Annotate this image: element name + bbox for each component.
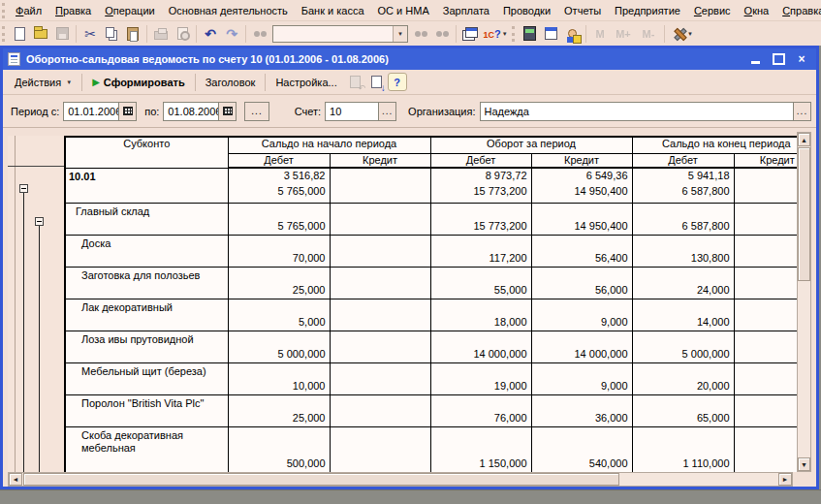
print-preview-icon [177,27,188,40]
period-more-button[interactable]: ... [244,102,268,121]
menu-item-enterprise[interactable]: Предприятие [608,2,687,19]
application-window: ФайлПравкаОперацииОсновная деятельностьБ… [0,0,821,504]
cell-value [735,425,797,426]
table-row[interactable]: Лоза ивы прутовидной5 000,00014 000,0001… [65,331,797,363]
horizontal-scrollbar[interactable]: ◄ ► [8,472,793,487]
calculator-icon [523,26,536,41]
redo-button[interactable]: ↷ [221,23,242,45]
cell-value: 14 950,400 [532,184,632,200]
row-label: Скоба декоративная мебельная [66,427,228,455]
scroll-up-button[interactable]: ▲ [798,133,810,146]
menu-item-reports[interactable]: Отчеты [557,2,608,19]
search-combobox[interactable]: ▼ [272,25,408,43]
table-row[interactable]: Заготовка для полозьев25,00055,00056,000… [65,268,797,299]
cell-value [735,362,797,362]
menu-item-edit[interactable]: Правка [48,2,98,19]
restore-values-button [346,73,365,92]
report-sheet[interactable]: Субконто Сальдо на начало периода Оборот… [64,136,797,472]
minimize-button[interactable] [748,52,762,66]
organization-select-button[interactable]: ... [793,103,810,120]
scroll-down-button[interactable]: ▼ [798,457,810,471]
toolbar-grip[interactable] [2,26,5,42]
vertical-scrollbar[interactable]: ▲ ▼ [797,132,811,472]
cell-value [735,298,797,299]
paste-button[interactable] [122,23,143,45]
advisor-button[interactable] [561,23,583,45]
cell-value: 14 950,400 [532,219,632,235]
table-row[interactable]: Доска70,000117,20056,400130,800 [65,236,797,268]
window-titlebar[interactable]: Оборотно-сальдовая ведомость по счету 10… [3,48,816,70]
cut-button[interactable]: ✂ [79,23,101,45]
table-row[interactable]: Скоба декоративная мебельная500,0001 150… [65,427,797,473]
paste-icon [127,27,139,41]
tools-button[interactable]: ▼ [668,23,697,45]
table-row[interactable]: Поролон "British Vita Plc"25,00076,00036… [65,395,797,427]
collapse-group-button-warehouse[interactable] [35,217,44,226]
open-button[interactable] [30,23,51,45]
period-from-label: Период с: [11,106,59,117]
horizontal-scroll-thumb[interactable] [23,473,619,486]
print-button [150,23,172,45]
toolbar-separator [196,25,197,43]
windows-list-button[interactable] [459,23,481,45]
row-label: Лак декоративный [66,299,228,314]
vertical-scroll-thumb[interactable] [798,147,810,281]
organization-value: Надежда [481,106,794,117]
cell-value: 14 000,000 [532,347,632,362]
menu-item-operations[interactable]: Операции [98,2,161,19]
menu-item-help[interactable]: Справка [775,2,821,19]
period-from-input[interactable]: 01.01.2006 [63,102,137,121]
menu-item-service[interactable]: Сервис [687,2,738,19]
scroll-left-button[interactable]: ◄ [9,473,22,486]
onec-help-button[interactable]: 1С?▼ [481,23,510,45]
table-row[interactable]: Лак декоративный5,00018,0009,00014,000 [65,299,797,331]
generate-button[interactable]: ▶Сформировать [84,73,193,92]
calendar-grid-icon [123,107,133,115]
organization-input[interactable]: Надежда ... [480,102,812,121]
report-table: Субконто Сальдо на начало периода Оборот… [64,136,797,472]
cell-value: 25,000 [229,411,330,426]
toolbar-grip[interactable] [2,3,5,18]
undo-button[interactable]: ↶ [200,23,221,45]
menu-item-os-nma[interactable]: ОС и НМА [371,2,436,19]
new-document-button[interactable] [9,23,30,45]
table-row[interactable]: 10.013 516,825 765,0008 973,7215 773,200… [65,168,797,204]
account-select-button[interactable]: ... [378,103,395,120]
copy-button[interactable] [101,23,122,45]
save-button [51,23,73,45]
column-header-debet: Дебет [430,153,531,168]
menu-item-file[interactable]: Файл [9,2,48,19]
table-row[interactable]: Главный склад5 765,00015 773,20014 950,4… [65,204,797,236]
binoculars-prev-icon [436,31,442,37]
report-window-icon [8,52,20,66]
maximize-button[interactable] [772,52,785,66]
ellipsis-label: ... [797,106,807,116]
account-input[interactable]: 10 ... [325,102,396,121]
menu-item-main-activity[interactable]: Основная деятельность [162,2,295,19]
cell-value: 6 587,800 [633,219,734,235]
calendar-button[interactable] [540,23,561,45]
toolbar-grip[interactable] [512,26,515,42]
close-button[interactable]: × [795,52,808,66]
cell-value: 55,000 [431,283,531,299]
table-row[interactable]: Мебельный щит (береза)10,00019,0009,0002… [65,363,797,395]
actions-menu-button[interactable]: Действия▼ [7,73,79,92]
settings-button[interactable]: Настройка... [268,73,344,92]
period-to-calendar-button[interactable] [218,103,236,120]
period-to-input[interactable]: 01.08.2006 [163,102,237,121]
cell-value: 8 973,72 [431,169,531,184]
combo-dropdown-button[interactable]: ▼ [393,26,407,42]
menu-item-postings[interactable]: Проводки [496,2,557,19]
help-button[interactable]: ? [388,73,407,91]
row-label: Поролон "British Vita Plc" [66,395,228,410]
calculator-button[interactable] [519,23,540,45]
period-from-calendar-button[interactable] [118,103,136,120]
scroll-right-button[interactable]: ► [778,473,792,486]
save-values-button[interactable] [367,73,387,92]
menu-item-salary[interactable]: Зарплата [436,2,496,19]
header-button[interactable]: Заголовок [198,73,264,92]
memory-mplus-label: M+ [613,28,634,40]
collapse-group-button-10-01[interactable] [19,184,28,193]
menu-item-windows[interactable]: Окна [738,2,776,19]
menu-item-bank-cash[interactable]: Банк и касса [295,2,371,19]
